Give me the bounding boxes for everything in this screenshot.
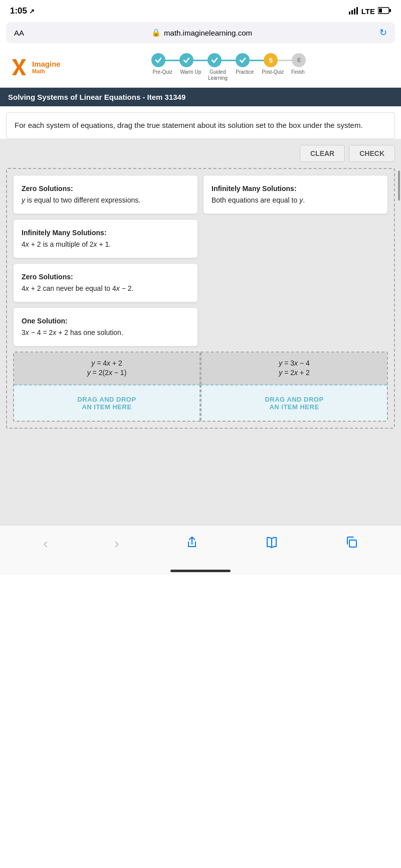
logo-name: Imagine <box>32 60 61 69</box>
svg-rect-0 <box>349 12 350 15</box>
progress-steps: 5 6 Pre-Quiz Warm Up GuidedLearning Prac… <box>65 53 393 81</box>
location-icon: ↗ <box>29 8 35 15</box>
carrier: LTE <box>361 7 375 16</box>
logo-icon <box>8 56 30 78</box>
drag-item-1-title: Zero Solutions: <box>22 184 189 194</box>
drag-item-2[interactable]: Infinitely Many Solutions: Both equation… <box>203 175 388 214</box>
forward-button[interactable]: › <box>104 533 129 555</box>
drop-zone-drops: DRAG AND DROPAN ITEM HERE DRAG AND DROPA… <box>14 385 387 421</box>
step-practice <box>236 53 250 67</box>
label-guided: GuidedLearning <box>205 69 231 81</box>
drop-target-1[interactable]: DRAG AND DROPAN ITEM HERE <box>14 385 200 421</box>
progress-header: Imagine Math <box>0 47 401 88</box>
drag-item-1[interactable]: Zero Solutions: y is equal to two differ… <box>13 175 198 214</box>
drag-item-4-body: 4x + 2 can never be equal to 4x − 2. <box>22 283 189 294</box>
url-text: math.imaginelearning.com <box>164 29 252 37</box>
copy-button[interactable] <box>335 533 368 555</box>
bottom-nav: ‹ › <box>0 525 401 567</box>
step-post-quiz: 5 <box>264 53 278 67</box>
drag-item-4[interactable]: Zero Solutions: 4x + 2 can never be equa… <box>13 263 198 302</box>
drag-item-4-title: Zero Solutions: <box>22 272 189 282</box>
browser-aa[interactable]: AA <box>14 29 24 37</box>
label-practice: Practice <box>231 69 259 75</box>
instruction-box: For each system of equations, drag the t… <box>6 112 395 139</box>
section-title: Solving Systems of Linear Equations - It… <box>0 88 401 106</box>
home-indicator <box>0 567 401 575</box>
svg-rect-3 <box>356 7 358 15</box>
step-line-1 <box>165 60 179 61</box>
book-button[interactable] <box>255 533 288 555</box>
clear-button[interactable]: CLEAR <box>300 145 345 162</box>
label-finish: Finish <box>287 69 309 75</box>
battery-icon <box>378 7 391 16</box>
logo: Imagine Math <box>8 56 61 78</box>
svg-rect-2 <box>354 9 355 15</box>
status-bar: 1:05 ↗ LTE <box>0 0 401 20</box>
drop-zones: y = 4x + 2 y = 2(2x − 1) y = 3x − 4 y = … <box>13 352 388 422</box>
drag-item-3-title: Infinitely Many Solutions: <box>22 228 189 238</box>
step-line-2 <box>193 60 208 61</box>
svg-rect-1 <box>351 10 353 15</box>
step-finish: 6 <box>292 53 306 67</box>
drag-item-5[interactable]: One Solution: 3x − 4 = 2x + 2 has one so… <box>13 307 198 346</box>
home-bar <box>170 570 231 572</box>
drop-target-2[interactable]: DRAG AND DROPAN ITEM HERE <box>200 385 387 421</box>
refresh-button[interactable]: ↻ <box>379 27 387 38</box>
svg-rect-6 <box>379 9 382 13</box>
label-post-quiz: Post-Quiz <box>259 69 287 75</box>
time: 1:05 <box>10 6 27 16</box>
step-line-5 <box>278 60 292 61</box>
step-pre-quiz <box>151 53 165 67</box>
spacer <box>0 435 401 525</box>
drag-item-5-body: 3x − 4 = 2x + 2 has one solution. <box>22 327 189 338</box>
drag-item-3-body: 4x + 2 is a multiple of 2x + 1. <box>22 239 189 250</box>
share-button[interactable] <box>175 533 209 555</box>
steps-dots: 5 6 <box>151 53 306 67</box>
step-line-3 <box>222 60 236 61</box>
drag-item-3[interactable]: Infinitely Many Solutions: 4x + 2 is a m… <box>13 219 198 258</box>
svg-marker-7 <box>12 59 26 75</box>
label-pre-quiz: Pre-Quiz <box>148 69 176 75</box>
drag-item-2-body: Both equations are equal to y. <box>212 195 379 206</box>
drop-zone-header-2: y = 3x − 4 y = 2x + 2 <box>200 353 387 385</box>
lock-icon: 🔒 <box>151 28 161 37</box>
back-button[interactable]: ‹ <box>33 533 58 555</box>
signal-bars <box>348 7 358 16</box>
buttons-row: CLEAR CHECK <box>6 145 395 162</box>
drag-item-1-body: y is equal to two different expressions. <box>22 195 189 206</box>
drag-area: Zero Solutions: y is equal to two differ… <box>6 168 395 429</box>
main-content: CLEAR CHECK Zero Solutions: y is equal t… <box>0 139 401 435</box>
svg-rect-5 <box>389 9 391 12</box>
drag-item-2-title: Infinitely Many Solutions: <box>212 184 379 194</box>
steps-labels: Pre-Quiz Warm Up GuidedLearning Practice… <box>148 69 309 81</box>
drop-zone-header-1: y = 4x + 2 y = 2(2x − 1) <box>14 353 200 385</box>
url-bar[interactable]: 🔒 math.imaginelearning.com <box>151 28 252 37</box>
label-warm-up: Warm Up <box>176 69 205 75</box>
drop-zone-headers: y = 4x + 2 y = 2(2x − 1) y = 3x − 4 y = … <box>14 353 387 385</box>
check-button[interactable]: CHECK <box>349 145 395 162</box>
svg-rect-9 <box>349 540 356 547</box>
drag-items-grid: Zero Solutions: y is equal to two differ… <box>13 175 388 346</box>
drag-item-5-title: One Solution: <box>22 316 189 326</box>
step-guided <box>208 53 222 67</box>
instruction-text: For each system of equations, drag the t… <box>15 121 363 129</box>
step-warm-up <box>179 53 193 67</box>
step-line-4 <box>250 60 264 61</box>
logo-sub: Math <box>32 68 61 74</box>
browser-bar[interactable]: AA 🔒 math.imaginelearning.com ↻ <box>6 22 395 43</box>
scroll-indicator[interactable] <box>398 170 400 201</box>
